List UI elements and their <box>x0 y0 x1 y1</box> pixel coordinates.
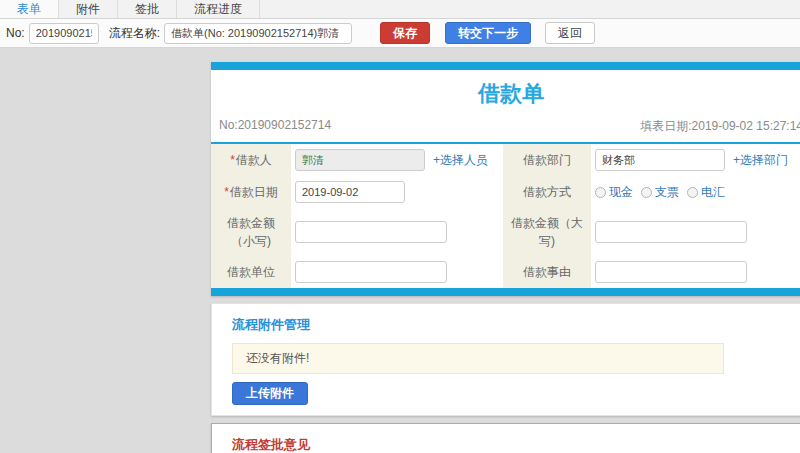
radio-circle-icon[interactable] <box>687 187 698 198</box>
tab-process-progress[interactable]: 流程进度 <box>177 0 260 18</box>
forward-next-step-button[interactable]: 转交下一步 <box>445 22 531 44</box>
loan-method-label: 借款方式 <box>503 176 591 208</box>
loan-reason-label: 借款事由 <box>503 256 591 288</box>
loan-unit-label: 借款单位 <box>211 256 291 288</box>
tab-approval[interactable]: 签批 <box>118 0 177 18</box>
save-button[interactable]: 保存 <box>380 22 430 44</box>
select-person-link[interactable]: +选择人员 <box>433 152 488 169</box>
form-grid: *借款人 +选择人员 借款部门 +选择部门 *借款日期 <box>211 144 800 288</box>
upload-attachment-button[interactable]: 上传附件 <box>232 382 308 405</box>
loan-unit-input[interactable] <box>295 261 447 283</box>
loan-method-radio-group: 现金 支票 电汇 <box>595 184 725 201</box>
department-input[interactable] <box>595 149 725 171</box>
attachments-title: 流程附件管理 <box>232 316 790 334</box>
radio-cash[interactable]: 现金 <box>595 184 633 201</box>
fill-date: 填表日期:2019-09-02 15:27:14 <box>640 118 800 135</box>
process-name-label: 流程名称: <box>109 25 160 42</box>
loan-form-app: 表单 附件 签批 流程进度 No: 流程名称: 保存 转交下一步 返回 借款单 … <box>0 0 800 48</box>
no-attachments-message: 还没有附件! <box>232 343 724 374</box>
approval-panel: 流程签批意见 B I abc <box>211 423 800 453</box>
back-button[interactable]: 返回 <box>545 22 595 44</box>
department-label: 借款部门 <box>503 144 591 176</box>
radio-cheque[interactable]: 支票 <box>641 184 679 201</box>
borrower-label: *借款人 <box>211 144 291 176</box>
radio-wire-transfer[interactable]: 电汇 <box>687 184 725 201</box>
form-number: No:20190902152714 <box>219 118 331 135</box>
page-title: 借款单 <box>211 70 800 116</box>
top-accent-bar <box>211 62 800 70</box>
process-name-input[interactable] <box>164 23 352 44</box>
borrower-input[interactable] <box>295 149 425 171</box>
loan-date-input[interactable] <box>295 181 405 203</box>
form-info-row: No:20190902152714 填表日期:2019-09-02 15:27:… <box>211 116 800 142</box>
radio-circle-icon[interactable] <box>595 187 606 198</box>
bottom-accent-bar <box>211 288 800 296</box>
tab-attachments[interactable]: 附件 <box>59 0 118 18</box>
amount-upper-label: 借款金额（大写) <box>503 208 591 256</box>
radio-circle-icon[interactable] <box>641 187 652 198</box>
toolbar: No: 流程名称: 保存 转交下一步 返回 <box>0 19 800 48</box>
amount-lower-label: 借款金额（小写) <box>211 208 291 256</box>
amount-upper-input[interactable] <box>595 221 747 243</box>
tab-form[interactable]: 表单 <box>0 0 59 18</box>
amount-lower-input[interactable] <box>295 221 447 243</box>
no-input[interactable] <box>29 23 99 44</box>
approval-title: 流程签批意见 <box>232 436 790 453</box>
tab-bar: 表单 附件 签批 流程进度 <box>0 0 800 19</box>
loan-form-panel: 借款单 No:20190902152714 填表日期:2019-09-02 15… <box>211 62 800 296</box>
loan-date-label: *借款日期 <box>211 176 291 208</box>
content-area: 借款单 No:20190902152714 填表日期:2019-09-02 15… <box>0 48 800 453</box>
loan-reason-input[interactable] <box>595 261 747 283</box>
attachments-panel: 流程附件管理 还没有附件! 上传附件 <box>211 303 800 416</box>
select-department-link[interactable]: +选择部门 <box>733 152 788 169</box>
no-label: No: <box>6 26 25 40</box>
